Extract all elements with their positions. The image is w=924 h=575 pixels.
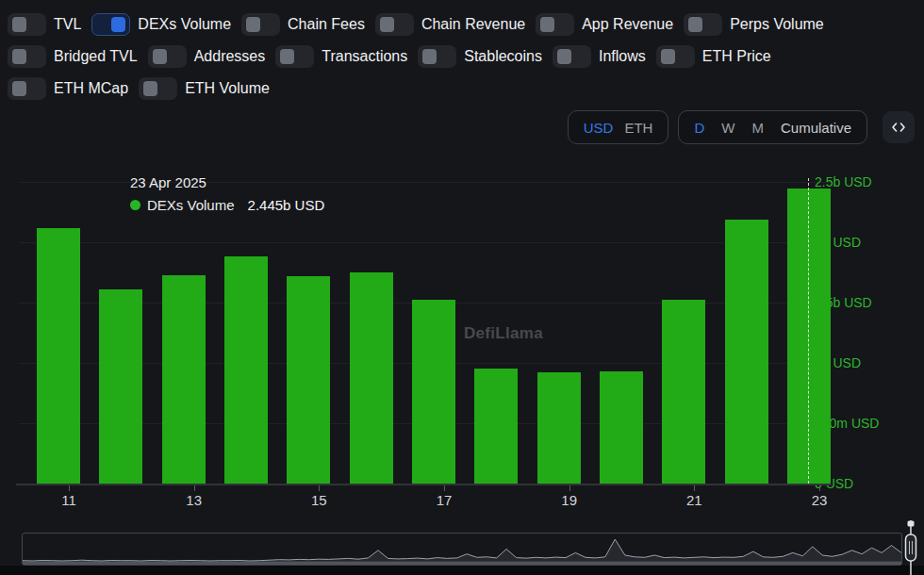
period-option-daily[interactable]: D <box>694 120 704 136</box>
toggle-knob <box>422 49 437 64</box>
defillama-chain-chart-panel: TVLDEXs VolumeChain FeesChain RevenueApp… <box>0 0 924 575</box>
metric-toggle-transactions[interactable]: Transactions <box>275 45 407 68</box>
metric-toggle-eth-volume[interactable]: ETH Volume <box>139 77 270 100</box>
toggle-knob <box>12 17 26 32</box>
metric-toggle-eth-mcap[interactable]: ETH MCap <box>8 77 128 100</box>
tooltip-series-name: DEXs Volume <box>147 197 235 213</box>
metric-toggles: TVLDEXs VolumeChain FeesChain RevenueApp… <box>8 13 824 109</box>
x-axis-tick <box>819 485 820 491</box>
toggle-knob <box>111 17 125 32</box>
chart-controls: USD ETH D W M Cumulative <box>568 110 915 144</box>
volume-bar-15-apr[interactable] <box>287 276 330 484</box>
tooltip-date: 23 Apr 2025 <box>130 174 324 190</box>
x-axis-tick <box>444 485 445 491</box>
metric-toggle-inflows[interactable]: Inflows <box>553 45 646 68</box>
toggle-knob <box>661 49 675 64</box>
metric-toggle-app-revenue[interactable]: App Revenue <box>536 13 673 36</box>
toggle-label: Inflows <box>599 48 646 65</box>
toggle-knob <box>12 49 26 64</box>
bottom-edge <box>0 566 924 575</box>
crosshair-line <box>808 178 809 484</box>
toggle-switch-chain-fees[interactable] <box>241 13 280 36</box>
toggle-knob <box>380 17 394 32</box>
volume-bar-16-apr[interactable] <box>350 272 393 484</box>
metric-toggle-perps-volume[interactable]: Perps Volume <box>684 13 824 36</box>
volume-bar-17-apr[interactable] <box>412 300 455 483</box>
currency-switcher: USD ETH <box>568 110 669 144</box>
toggle-knob <box>688 17 702 32</box>
volume-bar-14-apr[interactable] <box>224 256 268 483</box>
volume-bar-19-apr[interactable] <box>537 372 581 484</box>
volume-bar-18-apr[interactable] <box>474 369 518 483</box>
metric-toggle-row: Bridged TVLAddressesTransactionsStableco… <box>8 45 824 68</box>
toggle-switch-eth-volume[interactable] <box>139 77 177 100</box>
toggle-switch-addresses[interactable] <box>148 45 187 68</box>
toggle-switch-chain-revenue[interactable] <box>375 13 414 36</box>
x-axis-line <box>16 484 832 485</box>
currency-option-usd[interactable]: USD <box>584 120 614 136</box>
toggle-switch-tvl[interactable] <box>8 13 46 36</box>
toggle-switch-bridged-tvl[interactable] <box>8 45 46 68</box>
volume-bar-22-apr[interactable] <box>725 220 768 484</box>
toggle-label: App Revenue <box>582 16 673 33</box>
metric-toggle-addresses[interactable]: Addresses <box>148 45 266 68</box>
toggle-switch-dexs-volume[interactable] <box>91 13 130 36</box>
toggle-knob <box>143 81 157 96</box>
watermark: DefiLlama <box>464 324 543 343</box>
series-dot-icon <box>130 200 140 210</box>
metric-toggle-bridged-tvl[interactable]: Bridged TVL <box>8 45 138 68</box>
metric-toggle-chain-revenue[interactable]: Chain Revenue <box>375 13 525 36</box>
toggle-switch-perps-volume[interactable] <box>684 13 722 36</box>
period-switcher: D W M Cumulative <box>678 110 867 144</box>
volume-bar-13-apr[interactable] <box>162 275 206 484</box>
toggle-label: Addresses <box>194 48 266 65</box>
metric-toggle-chain-fees[interactable]: Chain Fees <box>241 13 365 36</box>
volume-bar-12-apr[interactable] <box>99 289 142 484</box>
code-brackets-icon <box>891 121 906 134</box>
toggle-label: Perps Volume <box>730 16 824 33</box>
period-option-monthly[interactable]: M <box>751 120 764 136</box>
toggle-switch-transactions[interactable] <box>275 45 314 68</box>
toggle-label: Chain Fees <box>288 16 365 33</box>
toggle-label: ETH Volume <box>185 80 270 97</box>
toggle-knob <box>540 17 554 32</box>
x-axis-tick <box>319 485 320 491</box>
toggle-label: TVL <box>54 16 81 33</box>
embed-button[interactable] <box>883 111 915 143</box>
currency-option-eth[interactable]: ETH <box>624 120 652 136</box>
x-axis-label: 17 <box>423 492 465 508</box>
toggle-knob <box>153 49 167 64</box>
x-axis-tick <box>69 485 70 491</box>
toggle-label: ETH MCap <box>54 80 128 97</box>
x-axis-label: 23 <box>799 492 840 508</box>
toggle-label: Transactions <box>322 48 407 65</box>
volume-bar-20-apr[interactable] <box>600 371 643 484</box>
toggle-switch-app-revenue[interactable] <box>536 13 574 36</box>
toggle-knob <box>280 49 294 64</box>
toggle-switch-eth-mcap[interactable] <box>8 77 46 100</box>
x-axis-label: 13 <box>173 492 215 508</box>
gridline <box>19 242 832 243</box>
x-axis-label: 11 <box>48 492 90 508</box>
brush-handle[interactable] <box>898 519 924 575</box>
toggle-label: Chain Revenue <box>421 16 525 33</box>
period-option-cumulative[interactable]: Cumulative <box>781 120 851 136</box>
metric-toggle-eth-price[interactable]: ETH Price <box>656 45 771 68</box>
volume-bar-21-apr[interactable] <box>662 300 705 483</box>
metric-toggle-stablecoins[interactable]: Stablecoins <box>418 45 542 68</box>
toggle-switch-eth-price[interactable] <box>656 45 695 68</box>
toggle-label: ETH Price <box>702 48 771 65</box>
metric-toggle-dexs-volume[interactable]: DEXs Volume <box>91 13 231 36</box>
toggle-switch-stablecoins[interactable] <box>418 45 456 68</box>
metric-toggle-tvl[interactable]: TVL <box>8 13 81 36</box>
toggle-switch-inflows[interactable] <box>553 45 591 68</box>
metric-toggle-row: ETH MCapETH Volume <box>8 77 824 100</box>
minimap-brush[interactable] <box>22 533 902 566</box>
x-axis-label: 15 <box>298 492 339 508</box>
volume-bar-11-apr[interactable] <box>37 228 80 484</box>
toggle-knob <box>12 81 26 96</box>
x-axis-tick <box>569 485 570 491</box>
metric-toggle-row: TVLDEXs VolumeChain FeesChain RevenueApp… <box>8 13 824 36</box>
period-option-weekly[interactable]: W <box>721 120 734 136</box>
x-axis-label: 21 <box>673 492 715 508</box>
